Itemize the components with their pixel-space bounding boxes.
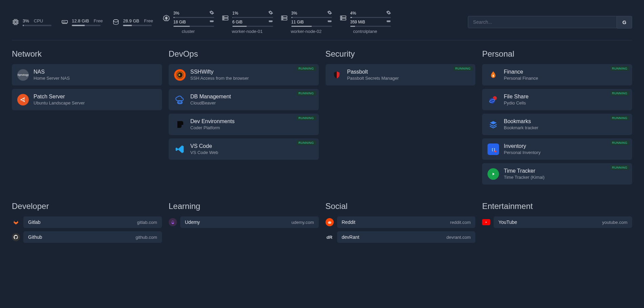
link-url: devrant.com [446,235,471,240]
card-vs-code[interactable]: VS Code VS Code Web RUNNING [169,138,319,160]
card-subtitle: Pydio Cells [504,100,528,105]
link-udemy[interactable]: Udemy udemy.com [169,216,319,228]
kubernetes-icon [163,14,170,23]
status-badge: RUNNING [610,66,630,71]
link-name: Reddit [342,219,355,225]
link-name: Gitlab [28,219,41,225]
link-pill[interactable]: Udemy udemy.com [180,216,319,228]
card-title: DB Management [190,94,231,100]
svg-rect-0 [14,20,18,24]
link-column-entertainment: Entertainment YouTube youtube.com [482,201,632,246]
disk-stat: 28.9 GB Free [112,18,153,26]
card-subtitle: Personal Finance [504,76,538,81]
card-subtitle: Personal Inventory [504,150,540,155]
svg-point-42 [223,19,224,19]
disk-icon [112,18,120,26]
link-pill[interactable]: YouTube youtube.com [494,216,632,228]
card-inventory[interactable]: [ ] Inventory Personal Inventory RUNNING [482,138,632,160]
link-name: Udemy [185,219,200,225]
column-devops: DevOps SSHWifty SSH Access from the brow… [169,49,319,188]
status-badge: RUNNING [296,91,316,96]
card-subtitle: CloudBeaver [190,100,231,105]
link-pill[interactable]: Reddit reddit.com [337,216,476,228]
card-passbolt[interactable]: Passbolt Passbolt Secrets Manager RUNNIN… [326,64,476,85]
card-bookmarks[interactable]: Bookmarks Bookmark tracker RUNNING [482,114,632,135]
node-mem-bar [173,26,214,27]
card-nas[interactable]: Synology NAS Home Server NAS [12,64,162,85]
disk-label: Free [144,18,153,23]
node-mem-value: 6 GiB [232,20,243,24]
node-cpu-bar [173,17,214,18]
card-patch-server[interactable]: Patch Server Ubuntu Landscape Server [12,89,162,110]
card-time-tracker[interactable]: Time Tracker Time Tracker (Kimai) RUNNIN… [482,163,632,185]
search-button[interactable]: G [617,16,632,28]
gear-icon [386,10,391,16]
server-icon [281,14,288,23]
link-url: github.com [136,235,157,240]
card-subtitle: Ubuntu Landscape Server [34,100,85,105]
column-title: Security [326,49,476,59]
svg-point-62 [341,19,342,19]
column-network: Network Synology NAS Home Server NAS Pat… [12,49,162,188]
link-github[interactable]: Github github.com [12,231,162,243]
card-subtitle: Passbolt Secrets Manager [347,76,399,81]
svg-text:[ ]: [ ] [492,148,495,151]
node-cpu-bar [291,17,332,18]
link-gitlab[interactable]: Gitlab gitlab.com [12,216,162,228]
column-title: Network [12,49,162,59]
ram-small-icon [268,19,273,25]
card-subtitle: SSH Access from the browser [190,76,249,81]
link-youtube[interactable]: YouTube youtube.com [482,216,632,228]
status-badge: RUNNING [296,66,316,71]
card-subtitle: Coder Platform [190,125,235,130]
status-badge: RUNNING [296,140,316,145]
server-icon [222,14,229,23]
node-cpu-value: 4% [350,11,356,16]
cpu-bar [23,25,51,26]
column-personal: Personal Finance Personal Finance RUNNIN… [482,49,632,188]
status-badge: RUNNING [296,116,316,120]
column-title: Entertainment [482,201,632,211]
svg-point-61 [341,16,342,17]
link-url: gitlab.com [137,220,157,225]
node-controlplane[interactable]: 4% 359 MiB controlplane [339,10,391,34]
card-title: Dev Environments [190,118,235,124]
card-title: Inventory [504,143,540,149]
card-sshwifty[interactable]: SSHWifty SSH Access from the browser RUN… [169,64,319,85]
search-input[interactable] [468,16,617,28]
node-mem-value: 18 GiB [173,20,186,24]
node-label: worker-node-02 [281,29,332,34]
card-title: File Share [504,94,528,100]
node-worker-node-02[interactable]: 3% 11 GiB worker-node-02 [281,10,332,34]
status-badge: RUNNING [610,116,630,120]
card-file-share[interactable]: File Share Pydio Cells RUNNING [482,89,632,110]
link-reddit[interactable]: Reddit reddit.com [326,216,476,228]
link-pill[interactable]: devRant devrant.com [337,231,476,243]
node-cpu-value: 3% [291,11,297,16]
status-badge: RUNNING [610,91,630,96]
node-worker-node-01[interactable]: 1% 6 GiB worker-node-01 [222,10,273,34]
link-column-social: Social Reddit reddit.com dR devRant devr… [326,201,476,246]
column-security: Security Passbolt Passbolt Secrets Manag… [326,49,476,188]
card-db-management[interactable]: DB Management CloudBeaver RUNNING [169,89,319,110]
cpu-value: 3% [23,18,29,23]
link-pill[interactable]: Gitlab gitlab.com [23,216,162,228]
svg-point-82 [495,150,497,152]
node-cluster[interactable]: 3% 18 GiB cluster [163,10,214,34]
card-dev-environments[interactable]: Dev Environments Coder Platform RUNNING [169,114,319,135]
column-title: DevOps [169,49,319,59]
link-pill[interactable]: Github github.com [23,231,162,243]
svg-point-78 [490,98,495,103]
status-badge: RUNNING [453,66,473,71]
card-finance[interactable]: Finance Personal Finance RUNNING [482,64,632,85]
svg-point-86 [328,222,331,224]
link-devrant[interactable]: dR devRant devrant.com [326,231,476,243]
ram-stat: 12.8 GiB Free [61,18,103,26]
node-mem-value: 11 GiB [291,20,304,24]
server-icon [339,14,347,23]
card-title: Time Tracker [504,168,544,174]
link-name: Github [28,234,42,240]
svg-point-70 [21,99,22,100]
svg-point-23 [113,20,119,22]
header-divider [12,40,632,40]
